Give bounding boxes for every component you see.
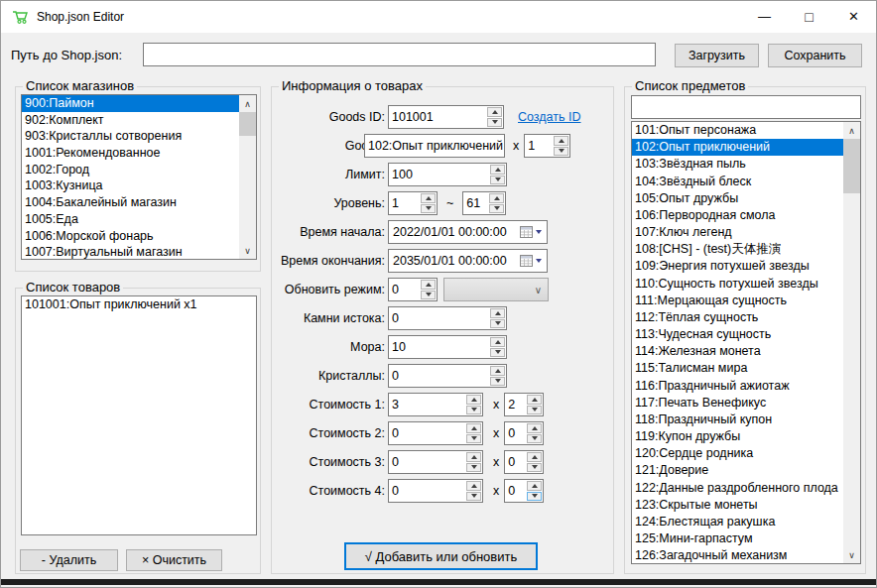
shop-list-item[interactable]: 1005:Еда [22,211,239,228]
shop-list-item[interactable]: 1007:Виртуальный магазин [22,244,239,260]
item-list-item[interactable]: 113:Чудесная сущность [632,326,843,343]
item-list-item[interactable]: 103:Звёздная пыль [632,156,843,173]
item-list-item[interactable]: 114:Железная монета [632,343,843,360]
cost4-item-field[interactable] [389,480,465,502]
item-list-item[interactable]: 106:Первородная смола [632,207,843,224]
level-min-stepper[interactable] [388,191,438,215]
spin-down-button[interactable] [466,492,481,502]
cost3-item-field[interactable] [389,451,465,473]
cost1-count-stepper[interactable] [504,393,544,416]
cost1-item-field[interactable] [389,394,465,415]
item-list-item[interactable]: 115:Талисман мира [632,360,843,377]
primogems-field[interactable] [389,307,489,329]
item-list-item[interactable]: 107:Ключ легенд [632,224,843,241]
shop-list-item[interactable]: 900:Паймон [22,95,239,112]
scroll-up-icon[interactable]: ∧ [239,95,256,112]
end-time-picker[interactable]: 2035/01/01 00:00:00 [388,249,548,273]
shop-list-item[interactable]: 1006:Морской фонарь [22,228,239,245]
spin-up-button[interactable] [527,423,542,433]
refresh-mode-combobox[interactable]: ∨ [443,278,549,301]
item-list-item[interactable]: 102:Опыт приключений [632,139,843,156]
scroll-down-icon[interactable]: ∨ [239,242,256,259]
level-max-field[interactable] [463,192,488,214]
item-list-item[interactable]: 125:Мини-гарпастум [632,530,843,547]
scroll-up-icon[interactable]: ∧ [843,122,860,139]
item-list-item[interactable]: 126:Загадочный механизм [632,547,843,564]
spin-down-button[interactable] [527,406,542,415]
item-list-item[interactable]: 110:Сущность потухшей звезды [632,276,843,293]
item-list-item[interactable]: 124:Блестящая ракушка [632,514,843,530]
refresh-mode-stepper[interactable] [388,278,438,301]
spin-down-button[interactable] [489,204,504,214]
cost4-count-stepper[interactable] [504,479,544,503]
spin-up-button[interactable] [466,395,481,405]
spin-up-button[interactable] [527,452,542,462]
shop-list-item[interactable]: 902:Комплект [22,112,239,129]
goods-id-stepper[interactable] [388,105,504,129]
create-id-link[interactable]: Создать ID [518,110,580,124]
cost2-count-field[interactable] [505,422,526,444]
item-list-item[interactable]: 121:Доверие [632,462,843,479]
spin-down-button[interactable] [466,406,481,415]
spin-up-button[interactable] [466,452,481,462]
item-list-item[interactable]: 120:Сердце родника [632,445,843,462]
cost2-item-stepper[interactable] [388,421,483,445]
maximize-button[interactable]: □ [787,1,831,32]
item-list-item[interactable]: 112:Тёплая сущность [632,309,843,326]
spin-down-button[interactable] [527,492,542,502]
limit-field[interactable] [389,164,489,185]
items-listbox[interactable]: 101:Опыт персонажа 102:Опыт приключений … [631,121,861,564]
cost2-item-field[interactable] [389,422,465,444]
path-input[interactable] [143,43,656,66]
cost3-count-field[interactable] [505,451,526,473]
scrollbar-thumb[interactable] [239,112,256,136]
goods-list-item[interactable]: 101001:Опыт приключений x1 [22,296,256,313]
spin-up-button[interactable] [490,337,505,347]
shops-scrollbar[interactable]: ∧ ∨ [239,95,256,259]
cost1-item-stepper[interactable] [388,393,483,416]
items-search-input[interactable] [631,95,861,119]
cost2-count-stepper[interactable] [504,421,544,445]
item-list-item[interactable]: 105:Опыт дружбы [632,190,843,207]
mora-field[interactable] [389,336,489,358]
shop-list-item[interactable]: 1001:Рекомендованное [22,145,239,162]
refresh-mode-field[interactable] [389,279,420,300]
goods-value-field[interactable] [365,135,504,157]
item-list-item[interactable]: 104:Звёздный блеск [632,174,843,190]
limit-stepper[interactable] [388,163,507,186]
cost3-item-stepper[interactable] [388,450,483,474]
item-list-item[interactable]: 109:Энергия потухшей звезды [632,258,843,275]
spin-up-button[interactable] [487,107,502,117]
shops-listbox[interactable]: 900:Паймон 902:Комплект 903:Кристаллы со… [21,94,257,260]
spin-down-button[interactable] [490,348,505,358]
cost4-item-stepper[interactable] [388,479,483,503]
cost3-count-stepper[interactable] [504,450,544,474]
item-list-item[interactable]: 108:[CHS] - (test)天体推演 [632,241,843,258]
spin-up-button[interactable] [527,481,542,491]
spin-up-button[interactable] [490,366,505,376]
start-time-picker[interactable]: 2022/01/01 00:00:00 [388,220,548,244]
cost1-count-field[interactable] [505,394,526,415]
minimize-button[interactable]: — [742,1,787,32]
level-min-field[interactable] [389,192,420,214]
add-or-update-button[interactable]: √ Добавить или обновить [344,542,538,570]
spin-down-button[interactable] [554,147,568,157]
goods-id-field[interactable] [389,106,486,128]
primogems-stepper[interactable] [388,306,507,330]
item-list-item[interactable]: 101:Опыт персонажа [632,122,843,139]
clear-button[interactable]: × Очистить [126,549,222,571]
shop-list-item[interactable]: 1002:Город [22,162,239,178]
spin-down-button[interactable] [490,377,505,387]
spin-down-button[interactable] [527,463,542,473]
cost4-count-field[interactable] [505,480,526,502]
item-list-item[interactable]: 123:Скрытые монеты [632,497,843,514]
spin-up-button[interactable] [489,193,504,203]
crystals-stepper[interactable] [388,364,507,388]
items-scrollbar[interactable]: ∧ ∨ [843,122,860,563]
spin-down-button[interactable] [466,463,481,473]
spin-down-button[interactable] [421,204,436,214]
goods-value-box[interactable] [364,134,505,158]
level-max-stepper[interactable] [462,191,506,215]
crystals-field[interactable] [389,365,489,387]
scroll-down-icon[interactable]: ∨ [843,546,860,563]
